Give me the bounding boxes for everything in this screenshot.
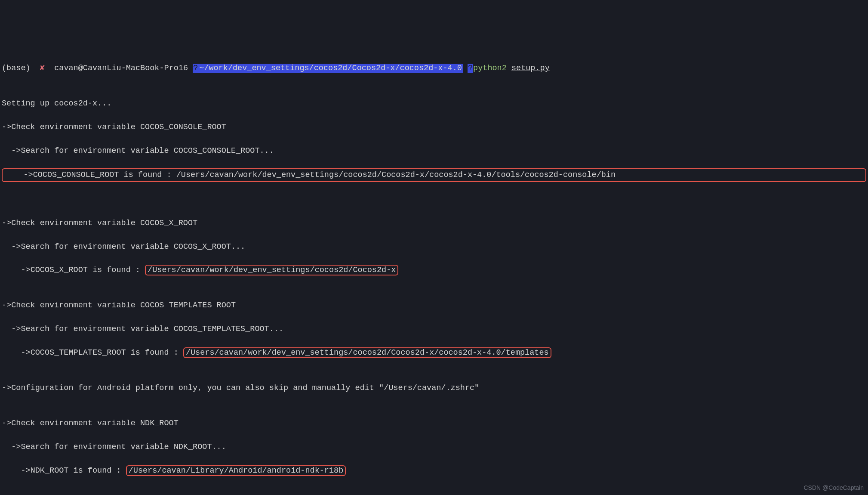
prompt-base: (base) (2, 64, 31, 73)
output-line: ->Check environment variable NDK_ROOT (2, 418, 866, 429)
output-line: ->Search for environment variable COCOS_… (2, 241, 866, 253)
highlight-box: ->COCOS_CONSOLE_ROOT is found : /Users/c… (2, 168, 866, 182)
glyph-icon: ? (193, 64, 198, 73)
output-line: ->COCOS_CONSOLE_ROOT is found : /Users/c… (2, 168, 866, 182)
output-line: Setting up cocos2d-x... (2, 98, 866, 109)
output-line: ->Check environment variable COCOS_X_ROO… (2, 217, 866, 229)
command-arg: setup.py (511, 64, 550, 73)
output-line: ->Check environment variable COCOS_TEMPL… (2, 300, 866, 311)
output-line: ->NDK_ROOT is found : /Users/cavan/Libra… (2, 465, 866, 476)
highlight-box: /Users/cavan/work/dev_env_settings/cocos… (183, 347, 551, 358)
prompt-user-host: cavan@CavanLiu-MacBook-Pro16 (54, 64, 188, 73)
highlight-box: /Users/cavan/Library/Android/android-ndk… (126, 465, 346, 476)
output-text: ->NDK_ROOT is found : (2, 466, 126, 475)
command-interpreter: python2 (473, 64, 507, 73)
output-line: ->Check environment variable COCOS_CONSO… (2, 121, 866, 133)
output-line: ->COCOS_TEMPLATES_ROOT is found : /Users… (2, 347, 866, 359)
prompt-line-1: (base) ✘ cavan@CavanLiu-MacBook-Pro16 ?~… (2, 62, 866, 74)
output-line: ->Search for environment variable NDK_RO… (2, 441, 866, 453)
watermark-text: CSDN @CodeCaptain (804, 483, 864, 492)
glyph-icon: ? (468, 64, 473, 73)
status-x-icon: ✘ (40, 64, 45, 73)
output-line: ->Search for environment variable COCOS_… (2, 323, 866, 335)
output-text: ->COCOS_X_ROOT is found : (2, 266, 145, 275)
output-line: ->Configuration for Android platform onl… (2, 382, 866, 394)
output-line: ->COCOS_X_ROOT is found : /Users/cavan/w… (2, 264, 866, 276)
output-line: ->Search for environment variable COCOS_… (2, 145, 866, 157)
output-text: ->COCOS_TEMPLATES_ROOT is found : (2, 348, 183, 357)
highlight-box: /Users/cavan/work/dev_env_settings/cocos… (145, 265, 398, 275)
prompt-cwd: ~/work/dev_env_settings/cocos2d/Cocos2d-… (198, 64, 463, 73)
